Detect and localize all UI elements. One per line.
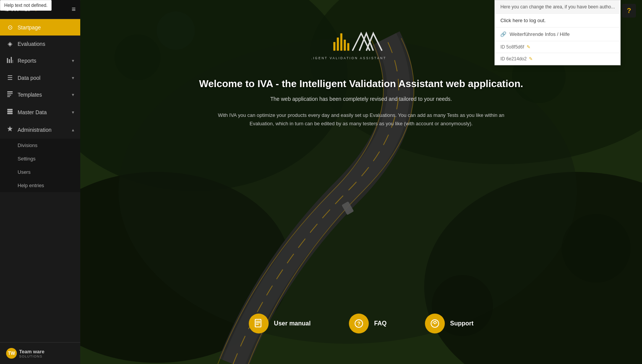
- faq-card[interactable]: ? FAQ: [349, 314, 387, 333]
- help-button[interactable]: ?: [622, 4, 636, 18]
- svg-rect-5: [7, 93, 13, 94]
- masterdata-icon: [6, 108, 14, 116]
- welcome-description: With IVA you can optimize your products …: [216, 111, 506, 128]
- sidebar-item-reports[interactable]: Reports ▾: [0, 52, 80, 70]
- teamware-logo: TW Team ware SOLUTIONS: [6, 348, 44, 359]
- link-text: Weiterführende Infos / Hilfe: [509, 31, 569, 37]
- administration-arrow: ▴: [72, 127, 74, 133]
- svg-rect-7: [7, 96, 10, 97]
- sub-item-help-entries[interactable]: Help entries: [0, 179, 80, 192]
- bottom-cards: User manual ? FAQ Support: [80, 314, 642, 333]
- support-label: Support: [450, 320, 473, 327]
- svg-rect-9: [7, 111, 13, 112]
- sub-item-settings[interactable]: Settings: [0, 152, 80, 165]
- svg-rect-30: [256, 321, 260, 322]
- user-manual-label: User manual: [274, 320, 311, 327]
- svg-rect-4: [7, 91, 13, 92]
- dropdown-id-1-edit[interactable]: ✎: [527, 44, 530, 50]
- reports-arrow: ▾: [72, 58, 74, 63]
- dropdown-id-row-2: ID 6e214do2 ✎: [495, 53, 620, 65]
- masterdata-arrow: ▾: [72, 110, 74, 115]
- admin-submenu: Divisions Settings Users Help entries: [0, 139, 80, 192]
- sidebar-nav: ⊙ Startpage ◈ Evaluations Reports ▾ ☰: [0, 19, 80, 342]
- sidebar-item-evaluations[interactable]: ◈ Evaluations: [0, 36, 80, 52]
- sidebar-item-label: Administration: [18, 127, 68, 133]
- svg-rect-1: [9, 59, 10, 63]
- svg-text:?: ?: [357, 320, 361, 327]
- svg-rect-33: [255, 319, 256, 327]
- svg-rect-24: [337, 37, 339, 51]
- datapool-arrow: ▾: [72, 75, 74, 81]
- dropdown-id-2-text: ID 6e214do2: [500, 56, 527, 61]
- logo-circle: TW: [6, 348, 17, 359]
- faq-icon: ?: [349, 314, 369, 333]
- templates-arrow: ▾: [72, 92, 74, 97]
- sidebar: Help text not defined. ID 9664ff2d ✎ ≡ ⊙…: [0, 0, 80, 364]
- info-link[interactable]: 🔗 Weiterführende Infos / Hilfe: [495, 28, 620, 41]
- help-tooltip: Help text not defined.: [0, 0, 52, 11]
- svg-rect-8: [7, 109, 13, 110]
- svg-rect-10: [7, 113, 13, 114]
- support-card[interactable]: Support: [425, 314, 473, 333]
- evaluations-icon: ◈: [6, 40, 14, 47]
- teamware-sub: SOLUTIONS: [19, 354, 44, 358]
- svg-rect-6: [7, 95, 11, 95]
- sidebar-item-datapool[interactable]: ☰ Data pool ▾: [0, 70, 80, 86]
- svg-rect-23: [333, 42, 335, 51]
- sidebar-item-templates[interactable]: Templates ▾: [0, 86, 80, 104]
- support-icon: [425, 314, 445, 333]
- templates-icon: [6, 91, 14, 99]
- svg-rect-3: [13, 60, 13, 63]
- dropdown-header: Here you can change the area, if you hav…: [495, 0, 620, 14]
- sidebar-item-label: Reports: [18, 58, 68, 64]
- svg-rect-32: [256, 324, 259, 325]
- logout-link[interactable]: Click here to log out.: [495, 14, 620, 28]
- dropdown-id-1-text: ID 5o8f5d6f: [500, 44, 524, 50]
- dropdown-id-row-1: ID 5o8f5d6f ✎: [495, 41, 620, 53]
- teamware-name: Team ware: [19, 349, 44, 354]
- sidebar-item-label: Evaluations: [18, 41, 74, 47]
- welcome-title: Welcome to IVA - the Intelligent Validat…: [199, 78, 523, 90]
- sidebar-item-administration[interactable]: Administration ▴: [0, 121, 80, 139]
- administration-icon: [6, 126, 14, 134]
- svg-point-37: [434, 323, 436, 324]
- svg-rect-0: [7, 58, 8, 63]
- sidebar-item-startpage[interactable]: ⊙ Startpage: [0, 19, 80, 36]
- svg-rect-26: [344, 40, 346, 51]
- user-manual-icon: [249, 314, 269, 333]
- svg-rect-2: [11, 57, 12, 63]
- iva-logo: INTELLIGENT VALIDATION ASSISTANT: [311, 23, 411, 63]
- sidebar-item-label: Data pool: [18, 75, 68, 81]
- svg-rect-31: [256, 322, 260, 323]
- user-manual-card[interactable]: User manual: [249, 314, 311, 333]
- user-dropdown: Here you can change the area, if you hav…: [494, 0, 621, 65]
- sidebar-item-label: Startpage: [18, 24, 74, 31]
- datapool-icon: ☰: [6, 74, 14, 81]
- faq-label: FAQ: [374, 320, 387, 327]
- teamware-text: Team ware SOLUTIONS: [19, 349, 44, 358]
- sidebar-item-label: Master Data: [18, 109, 68, 115]
- help-icon: ?: [627, 7, 631, 15]
- welcome-subtitle: The web application has been completely …: [270, 96, 452, 102]
- sidebar-footer: TW Team ware SOLUTIONS: [0, 342, 80, 364]
- sidebar-item-masterdata[interactable]: Master Data ▾: [0, 104, 80, 121]
- link-icon: 🔗: [500, 31, 506, 37]
- reports-icon: [6, 57, 14, 65]
- startpage-icon: ⊙: [6, 24, 14, 31]
- dropdown-id-2-edit[interactable]: ✎: [529, 56, 533, 61]
- sidebar-item-label: Templates: [18, 92, 68, 98]
- svg-rect-27: [347, 43, 349, 51]
- sub-item-divisions[interactable]: Divisions: [0, 139, 80, 152]
- svg-rect-25: [340, 33, 342, 50]
- svg-text:INTELLIGENT VALIDATION ASSISTA: INTELLIGENT VALIDATION ASSISTANT: [311, 57, 386, 60]
- sub-item-users[interactable]: Users: [0, 165, 80, 179]
- hamburger-button[interactable]: ≡: [71, 5, 76, 13]
